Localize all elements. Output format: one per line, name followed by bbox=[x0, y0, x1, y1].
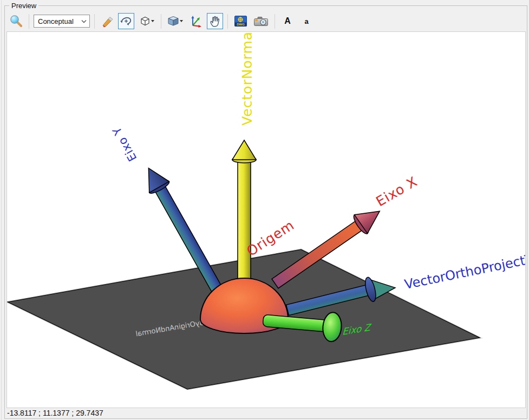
iso-view-cube-icon bbox=[167, 14, 184, 28]
toolbar-separator bbox=[94, 14, 95, 29]
groupbox-title: Preview bbox=[9, 2, 38, 10]
magnifier-icon bbox=[9, 14, 23, 28]
eixo-y-label: Eixo Y bbox=[110, 124, 140, 163]
toolbar-separator bbox=[275, 14, 275, 29]
orbit-button[interactable] bbox=[118, 13, 134, 29]
vector-normal-label: VectorNormal bbox=[239, 32, 255, 126]
toolbar-separator bbox=[161, 14, 161, 29]
wireframe-cube-icon bbox=[138, 14, 155, 28]
view-cube-button[interactable] bbox=[137, 13, 156, 29]
orbit-icon bbox=[119, 14, 133, 28]
ucs-axes-button[interactable] bbox=[188, 13, 204, 29]
shade-button[interactable] bbox=[99, 13, 115, 29]
save-dwg-button[interactable]: DWG bbox=[232, 13, 249, 29]
text-large-label: A bbox=[282, 16, 293, 26]
visual-style-value: Conceptual bbox=[38, 17, 74, 25]
preview-toolbar: Conceptual bbox=[8, 11, 315, 31]
chevron-down-icon bbox=[151, 20, 154, 22]
snapshot-camera-icon bbox=[253, 14, 269, 28]
dwg-export-icon: DWG bbox=[233, 14, 248, 28]
iso-view-button[interactable] bbox=[166, 13, 185, 29]
text-large-button[interactable]: A bbox=[279, 13, 296, 29]
eixo-x-label: Eixo X bbox=[374, 174, 421, 210]
chevron-down-icon bbox=[81, 19, 87, 23]
snapshot-button[interactable] bbox=[252, 13, 270, 29]
toolbar-separator bbox=[227, 14, 228, 29]
preview-viewport[interactable]: PlaneByOriginAndNormal bbox=[6, 31, 526, 408]
coordinate-readout: -13.8117 ; 11.1377 ; 29.7437 bbox=[7, 409, 103, 417]
scene-3d: PlaneByOriginAndNormal bbox=[7, 32, 525, 408]
dwg-icon-label: DWG bbox=[237, 23, 245, 26]
text-small-button[interactable]: a bbox=[298, 13, 315, 29]
preview-groupbox: Preview Conceptual bbox=[4, 5, 527, 419]
toolbar-separator bbox=[29, 14, 29, 29]
chevron-down-icon bbox=[180, 20, 183, 22]
pan-button[interactable] bbox=[207, 13, 223, 29]
ucs-axes-icon bbox=[189, 14, 203, 28]
pan-hand-icon bbox=[208, 14, 222, 28]
text-small-label: a bbox=[302, 17, 310, 25]
vector-ortho-label: VectorOrthoProjectTo bbox=[403, 250, 525, 292]
paintbrush-icon bbox=[100, 14, 114, 28]
visual-style-dropdown[interactable]: Conceptual bbox=[34, 15, 90, 28]
zoom-button[interactable] bbox=[8, 13, 24, 29]
